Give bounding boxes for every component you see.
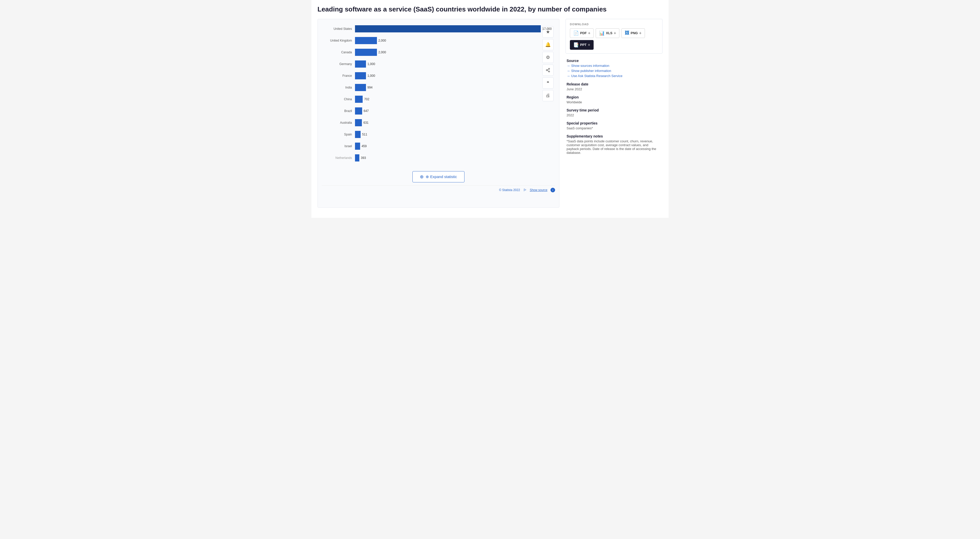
png-plus: + <box>639 31 641 35</box>
svg-line-3 <box>547 70 549 71</box>
bar-fill[interactable]: 17,000 <box>355 25 541 32</box>
bar-track: 702 <box>355 95 541 103</box>
region-block: Region Worldwide <box>566 95 662 104</box>
bar-label: Brazil <box>322 109 355 113</box>
bar-label: Germany <box>322 62 355 66</box>
survey-period-value: 2022 <box>566 113 662 117</box>
bar-track: 393 <box>355 154 541 161</box>
bar-fill[interactable]: 1,000 <box>355 60 366 68</box>
ask-statista-link[interactable]: → Use Ask Statista Research Service <box>566 74 662 78</box>
meta-section: Source → Show sources information → Show… <box>566 59 662 154</box>
page-title: Leading software as a service (SaaS) cou… <box>318 5 662 14</box>
flag-icon: 🏳 <box>523 188 527 192</box>
bar-fill[interactable]: 631 <box>355 119 362 126</box>
download-png-button[interactable]: 🖼 PNG + <box>621 28 645 38</box>
bar-label: United States <box>322 27 355 30</box>
side-actions: ★ 🔔 ⚙ ❝ 🖨 <box>541 24 555 165</box>
release-date-value: June 2022 <box>566 87 662 91</box>
bar-fill[interactable]: 702 <box>355 95 363 103</box>
info-icon[interactable]: i <box>550 188 555 192</box>
xls-label: XLS <box>606 31 612 35</box>
supplementary-block: Supplementary notes *SaaS data points in… <box>566 134 662 154</box>
bar-row: Brazil647 <box>322 107 541 116</box>
survey-period-label: Survey time period <box>566 108 662 112</box>
show-source-link[interactable]: Show source <box>530 188 547 192</box>
bar-fill[interactable]: 1,000 <box>355 72 366 79</box>
ppt-plus: + <box>588 43 590 47</box>
bar-track: 2,000 <box>355 49 541 56</box>
bar-value: 459 <box>362 145 367 148</box>
ppt-icon: 📑 <box>573 42 579 48</box>
expand-label: ⊕ Expand statistic <box>426 175 457 179</box>
bar-value: 17,000 <box>542 27 552 30</box>
bar-value: 702 <box>364 97 369 101</box>
special-properties-block: Special properties SaaS companies* <box>566 121 662 130</box>
share-button[interactable] <box>542 65 554 76</box>
bar-fill[interactable]: 393 <box>355 154 360 161</box>
supplementary-label: Supplementary notes <box>566 134 662 138</box>
bar-label: Canada <box>322 51 355 54</box>
expand-statistic-button[interactable]: ⊕ ⊕ Expand statistic <box>412 171 464 182</box>
bar-track: 459 <box>355 143 541 150</box>
bar-track: 1,000 <box>355 60 541 68</box>
bar-fill[interactable]: 994 <box>355 84 366 91</box>
bar-value: 1,000 <box>368 62 375 66</box>
bar-track: 17,000 <box>355 25 541 32</box>
bar-value: 994 <box>368 86 372 89</box>
download-section: DOWNLOAD 📄 PDF + 📊 XLS + 🖼 PNG <box>566 19 662 54</box>
bar-fill[interactable]: 2,000 <box>355 37 377 44</box>
show-publisher-link[interactable]: → Show publisher information <box>566 69 662 73</box>
bar-row: United States17,000 <box>322 24 541 33</box>
pdf-plus: + <box>588 31 590 35</box>
ask-statista-text: Use Ask Statista Research Service <box>571 74 622 78</box>
special-properties-label: Special properties <box>566 121 662 125</box>
expand-icon: ⊕ <box>420 174 424 180</box>
bar-track: 511 <box>355 131 541 138</box>
download-title: DOWNLOAD <box>570 23 658 26</box>
settings-button[interactable]: ⚙ <box>542 52 554 63</box>
main-content: United States17,000United Kingdom2,000Ca… <box>318 19 662 208</box>
bar-fill[interactable]: 2,000 <box>355 49 377 56</box>
download-xls-button[interactable]: 📊 XLS + <box>596 28 619 38</box>
bar-fill[interactable]: 511 <box>355 131 361 138</box>
bar-track: 647 <box>355 107 541 114</box>
bar-value: 2,000 <box>379 39 386 42</box>
source-label: Source <box>566 59 662 63</box>
bar-track: 631 <box>355 119 541 126</box>
png-icon: 🖼 <box>625 30 629 36</box>
region-label: Region <box>566 95 662 99</box>
bar-row: India994 <box>322 83 541 92</box>
download-pdf-button[interactable]: 📄 PDF + <box>570 28 593 38</box>
download-ppt-button[interactable]: 📑 PPT + <box>570 40 593 50</box>
cite-button[interactable]: ❝ <box>542 77 554 89</box>
alert-button[interactable]: 🔔 <box>542 39 554 50</box>
chart-area: United States17,000United Kingdom2,000Ca… <box>322 24 541 165</box>
release-date-block: Release date June 2022 <box>566 82 662 91</box>
expand-btn-row: ⊕ ⊕ Expand statistic <box>322 171 555 182</box>
show-sources-link[interactable]: → Show sources information <box>566 64 662 68</box>
info-panel: DOWNLOAD 📄 PDF + 📊 XLS + 🖼 PNG <box>566 19 662 159</box>
bar-label: Netherlands <box>322 156 355 160</box>
bar-fill[interactable]: 459 <box>355 143 360 150</box>
bar-track: 994 <box>355 84 541 91</box>
pdf-icon: 📄 <box>573 30 579 36</box>
svg-point-2 <box>549 71 550 72</box>
download-buttons: 📄 PDF + 📊 XLS + 🖼 PNG + <box>570 28 658 50</box>
survey-period-block: Survey time period 2022 <box>566 108 662 117</box>
bar-row: Canada2,000 <box>322 48 541 57</box>
chart-panel: United States17,000United Kingdom2,000Ca… <box>318 19 559 208</box>
bar-value: 2,000 <box>379 51 386 54</box>
bar-label: United Kingdom <box>322 39 355 42</box>
bar-row: France1,000 <box>322 71 541 80</box>
bar-row: Israel459 <box>322 142 541 151</box>
bar-fill[interactable]: 647 <box>355 107 362 114</box>
bar-value: 647 <box>364 109 369 113</box>
bar-label: Israel <box>322 145 355 148</box>
print-button[interactable]: 🖨 <box>542 90 554 101</box>
bar-chart: United States17,000United Kingdom2,000Ca… <box>322 24 541 162</box>
bar-track: 1,000 <box>355 72 541 79</box>
arrow-icon-1: → <box>566 64 570 68</box>
region-value: Worldwide <box>566 100 662 104</box>
statista-credit: © Statista 2022 <box>499 188 520 192</box>
chart-wrapper: United States17,000United Kingdom2,000Ca… <box>322 24 555 165</box>
